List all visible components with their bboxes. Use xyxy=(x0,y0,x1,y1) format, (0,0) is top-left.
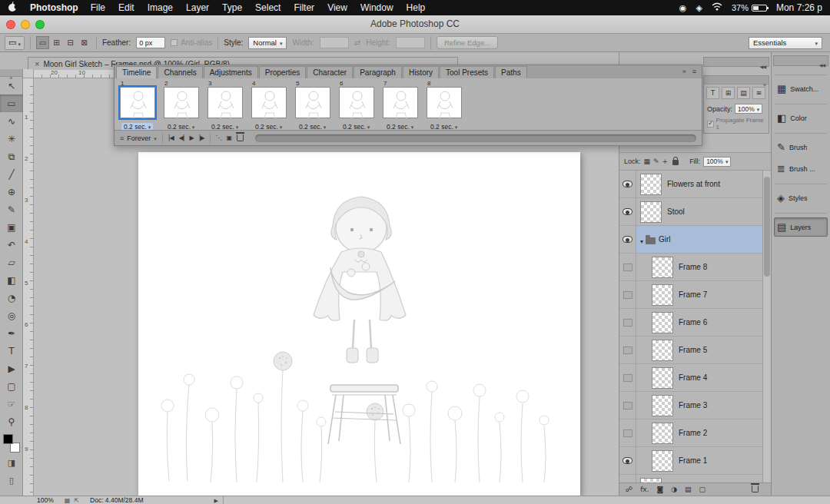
layer-frame-7[interactable]: Frame 7 xyxy=(619,281,762,309)
close-tab-icon[interactable] xyxy=(35,59,39,68)
delete-frame-icon[interactable] xyxy=(237,134,244,141)
fill-select[interactable]: 100% xyxy=(703,157,731,167)
layer-flowers-at-front[interactable]: Flowers at front xyxy=(619,171,762,198)
dropbox-icon[interactable]: ◈ xyxy=(696,3,702,13)
frame-thumbnail[interactable] xyxy=(295,87,330,118)
menu-item-select[interactable]: Select xyxy=(255,2,281,13)
layer-thumbnail[interactable] xyxy=(652,367,673,389)
dodge-tool[interactable]: ◎ xyxy=(0,307,23,324)
rectangular-marquee-tool[interactable]: ▭ xyxy=(0,94,23,112)
swap-dimensions-icon[interactable] xyxy=(354,38,360,47)
menu-item-view[interactable]: View xyxy=(327,2,347,13)
lock-pixels-icon[interactable]: ✎ xyxy=(653,158,659,165)
gradient-tool[interactable]: ◧ xyxy=(0,271,23,289)
layer-thumbnail[interactable] xyxy=(652,340,673,361)
layer-frame-3[interactable]: Frame 3 xyxy=(619,392,762,419)
shape-tool[interactable]: ▢ xyxy=(0,377,23,395)
quick-mask-button[interactable]: ◨ xyxy=(0,454,23,472)
layer-thumbnail[interactable] xyxy=(652,284,673,306)
animation-frame[interactable]: 2 0.2 sec. xyxy=(163,80,203,131)
animation-frame[interactable]: 5 0.2 sec. xyxy=(294,80,334,131)
visibility-toggle[interactable] xyxy=(619,475,636,482)
menu-item-image[interactable]: Image xyxy=(148,2,173,13)
tab-timeline[interactable]: Timeline xyxy=(116,66,157,78)
healing-brush-tool[interactable]: ⊕ xyxy=(0,183,23,201)
menu-item-filter[interactable]: Filter xyxy=(294,2,314,13)
layer-frame-2[interactable]: Frame 2 xyxy=(619,419,762,447)
layer-thumbnail[interactable] xyxy=(640,174,662,195)
frame-thumbnail[interactable] xyxy=(251,87,287,118)
add-selection-icon[interactable]: ⊞ xyxy=(50,36,63,49)
layers-scrollbar[interactable] xyxy=(762,171,771,482)
dock-styles[interactable]: ◈ Styles xyxy=(774,188,828,207)
eraser-tool[interactable]: ▱ xyxy=(0,254,23,271)
brush-tool[interactable]: ✎ xyxy=(0,201,23,218)
dock-swatches[interactable]: ▦ Swatch... xyxy=(774,79,828,98)
type-tool[interactable]: T xyxy=(0,342,23,360)
collapse-tools-icon[interactable] xyxy=(0,69,22,77)
play-button[interactable]: ▶ xyxy=(190,134,194,141)
battery-indicator[interactable]: 37% xyxy=(732,3,767,12)
ruler-origin-corner[interactable] xyxy=(23,69,34,78)
layer-frame-8[interactable]: Frame 8 xyxy=(619,254,762,281)
status-menu-arrow[interactable] xyxy=(214,496,217,504)
hand-tool[interactable]: ☞ xyxy=(0,395,23,413)
status-grid-icon[interactable] xyxy=(65,496,71,504)
zoom-level-field[interactable]: 100% xyxy=(37,496,54,504)
frame-thumbnail[interactable] xyxy=(427,87,462,118)
tab-tool-presets[interactable]: Tool Presets xyxy=(440,66,494,78)
tab-channels[interactable]: Channels xyxy=(158,66,202,78)
visibility-toggle[interactable] xyxy=(619,309,636,336)
dock-color[interactable]: ◧ Color xyxy=(774,108,828,128)
layer-frame-6[interactable]: Frame 6 xyxy=(619,309,762,337)
animation-frame[interactable]: 6 0.2 sec. xyxy=(338,80,378,131)
subtract-selection-icon[interactable]: ⊟ xyxy=(64,36,77,49)
status-export-icon[interactable] xyxy=(74,496,79,504)
tween-icon[interactable]: ⋱ xyxy=(216,134,221,141)
visibility-toggle[interactable] xyxy=(619,171,636,197)
link-layers-icon[interactable]: ☍ xyxy=(626,486,632,493)
height-input[interactable] xyxy=(396,37,425,48)
width-input[interactable] xyxy=(320,37,349,48)
duplicate-frame-icon[interactable]: ▣ xyxy=(227,134,232,141)
workspace-switcher[interactable]: Essentials xyxy=(749,37,822,49)
tab-adjustments[interactable]: Adjustments xyxy=(204,66,258,78)
layer-thumbnail[interactable] xyxy=(652,423,673,444)
frame-thumbnail[interactable] xyxy=(164,87,199,118)
menu-item-help[interactable]: Help xyxy=(407,2,426,13)
frame-thumbnail[interactable] xyxy=(339,87,374,118)
layer-thumbnail[interactable] xyxy=(652,312,673,333)
feather-input[interactable] xyxy=(136,37,165,48)
lock-transparency-icon[interactable]: ▦ xyxy=(644,158,651,165)
app-menu-photoshop[interactable]: Photoshop xyxy=(30,2,78,13)
layer-flowers-at-back[interactable]: Flowers at back xyxy=(619,475,762,482)
visibility-toggle[interactable] xyxy=(619,447,636,474)
frame-thumbnail[interactable] xyxy=(120,87,155,118)
tab-character[interactable]: Character xyxy=(307,66,353,78)
collapse-panel-icon[interactable] xyxy=(682,68,686,75)
visibility-toggle[interactable] xyxy=(619,281,636,308)
group-disclosure-icon[interactable] xyxy=(640,233,644,247)
apple-menu-icon[interactable] xyxy=(8,1,18,15)
vertical-ruler[interactable]: 123456789 xyxy=(23,78,34,496)
panel-options-icon[interactable]: ≡ xyxy=(752,87,765,99)
adjustment-layer-icon[interactable]: ◑ xyxy=(671,486,677,493)
history-brush-tool[interactable]: ↶ xyxy=(0,236,23,254)
timeline-scrollbar[interactable] xyxy=(255,134,696,142)
menu-item-type[interactable]: Type xyxy=(222,2,242,13)
visibility-toggle[interactable] xyxy=(619,254,636,280)
crop-tool[interactable]: ⧉ xyxy=(0,148,23,165)
visibility-toggle[interactable] xyxy=(619,392,636,419)
dock-brush-presets[interactable]: ≣ Brush ... xyxy=(774,159,828,178)
tool-preset-picker[interactable]: ▭ xyxy=(5,36,25,50)
wifi-icon[interactable] xyxy=(712,2,722,13)
layer-mask-icon[interactable]: ◙ xyxy=(656,486,663,493)
eyedropper-tool[interactable]: ╱ xyxy=(0,165,23,183)
lock-all-icon[interactable] xyxy=(672,160,679,165)
frame-thumbnail[interactable] xyxy=(383,87,418,118)
menu-item-window[interactable]: Window xyxy=(360,2,393,13)
layer-style-icon[interactable]: fx. xyxy=(640,486,649,493)
antialias-checkbox[interactable]: Anti-alias xyxy=(171,38,212,47)
lasso-tool[interactable]: ∿ xyxy=(0,112,23,130)
lock-position-icon[interactable]: + xyxy=(662,158,669,165)
